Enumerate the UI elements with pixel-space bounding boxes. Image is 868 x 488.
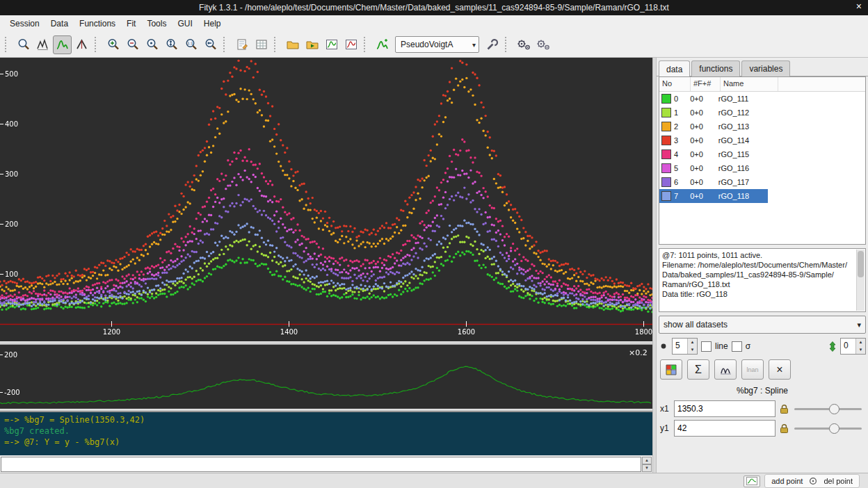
- content-area: =-> %bg7 = Spline(1350.3,42)%bg7 created…: [0, 58, 868, 473]
- dataset-func-count: 0+0: [687, 108, 716, 117]
- line-checkbox[interactable]: [701, 341, 712, 352]
- command-input[interactable]: [1, 457, 641, 472]
- param-y1-input[interactable]: [674, 420, 775, 437]
- sidebar-tabs: datafunctionsvariables: [657, 60, 868, 76]
- script-editor-button[interactable]: [232, 35, 251, 54]
- title-bar[interactable]: Fityk 1.3.1 - /home/aleplo/test/Document…: [0, 0, 868, 15]
- zoom-mode-button[interactable]: [14, 35, 33, 54]
- aux-plot-canvas[interactable]: [0, 345, 652, 409]
- toolbar-grip[interactable]: [95, 37, 100, 52]
- param-x1-input[interactable]: [674, 400, 775, 417]
- dataset-row-rGO_116[interactable]: 50+0rGO_116: [659, 161, 865, 175]
- plot-column: =-> %bg7 = Spline(1350.3,42)%bg7 created…: [0, 58, 652, 473]
- settings-wrench-button[interactable]: [483, 35, 501, 54]
- dataset-color-swatch: [661, 122, 671, 131]
- spin-up-icon[interactable]: ▲: [642, 457, 652, 464]
- dataset-list[interactable]: No #F+# Name 00+0rGO_11110+0rGO_11220+0r…: [659, 76, 866, 245]
- spin-down-icon[interactable]: ▼: [642, 464, 652, 472]
- menu-fit[interactable]: Fit: [121, 17, 141, 31]
- menu-tools[interactable]: Tools: [141, 17, 172, 31]
- main-plot-canvas[interactable]: [0, 58, 652, 341]
- dataset-info[interactable]: @7: 1011 points, 1011 active.Filename: /…: [659, 248, 866, 312]
- sigma-checkbox[interactable]: [732, 341, 742, 352]
- zoom-vertical-button[interactable]: [162, 35, 181, 54]
- zoom-100-button[interactable]: 1:1: [182, 35, 200, 54]
- param-y1-slider[interactable]: [793, 421, 865, 435]
- menu-session[interactable]: Session: [4, 17, 45, 31]
- show-datasets-dropdown[interactable]: show all datasets ▾: [659, 316, 866, 334]
- dataset-row-rGO_117[interactable]: 60+0rGO_117: [659, 175, 865, 189]
- lock-icon[interactable]: [780, 423, 789, 434]
- save-image-button[interactable]: [341, 35, 360, 54]
- dataset-row-rGO_115[interactable]: 40+0rGO_115: [659, 147, 865, 161]
- spin-up-icon[interactable]: ▲: [688, 339, 697, 346]
- zoom-in-button[interactable]: [104, 35, 122, 54]
- tab-functions[interactable]: functions: [691, 60, 740, 76]
- zoom-out-button[interactable]: [123, 35, 142, 54]
- dataset-row-rGO_113[interactable]: 20+0rGO_113: [659, 120, 865, 133]
- functions-plot-button[interactable]: [714, 359, 737, 380]
- vertical-shift-icon: [828, 341, 837, 352]
- command-history-spinner[interactable]: ▲ ▼: [642, 457, 652, 472]
- zoom-previous-button[interactable]: [201, 35, 220, 54]
- dataset-row-rGO_118[interactable]: 70+0rGO_118: [659, 189, 865, 203]
- delete-button[interactable]: ×: [769, 359, 791, 380]
- menu-help[interactable]: Help: [198, 17, 227, 31]
- param-x1-slider[interactable]: [793, 402, 865, 416]
- svg-text:1:1: 1:1: [187, 41, 193, 45]
- toolbar-grip[interactable]: [223, 37, 229, 52]
- add-point-button[interactable]: add point: [771, 477, 803, 485]
- dataset-no: 2: [674, 122, 687, 131]
- menu-functions[interactable]: Functions: [74, 17, 121, 31]
- session-log-button[interactable]: [252, 35, 271, 54]
- slider-handle[interactable]: [829, 404, 839, 414]
- dataset-row-rGO_112[interactable]: 10+0rGO_112: [659, 106, 865, 120]
- zoom-all-button[interactable]: [143, 35, 161, 54]
- close-icon[interactable]: ×: [856, 1, 862, 12]
- fit-run-button[interactable]: [514, 35, 533, 54]
- menu-data[interactable]: Data: [45, 17, 74, 31]
- toolbar-grip[interactable]: [364, 37, 369, 52]
- tab-data[interactable]: data: [659, 60, 690, 76]
- activate-function-mode-button[interactable]: [72, 35, 91, 54]
- dataset-row-rGO_114[interactable]: 30+0rGO_114: [659, 133, 865, 147]
- open-data-file-button[interactable]: [283, 35, 302, 54]
- info-scrollbar[interactable]: [856, 250, 865, 311]
- selected-function-label: %bg7 : Spline: [657, 386, 868, 396]
- add-function-button[interactable]: [373, 35, 392, 54]
- menu-gui[interactable]: GUI: [172, 17, 198, 31]
- output-console[interactable]: =-> %bg7 = Spline(1350.3,42)%bg7 created…: [0, 412, 652, 455]
- shift-spinner[interactable]: 0 ▲▼: [840, 338, 866, 355]
- add-peak-mode-button[interactable]: [53, 35, 72, 54]
- fit-undo-button[interactable]: [533, 35, 552, 54]
- dataset-no: 3: [674, 136, 687, 145]
- toolbar-grip[interactable]: [505, 37, 511, 52]
- dataset-colors-button[interactable]: [660, 359, 682, 380]
- sidebar: datafunctionsvariables No #F+# Name 00+0…: [657, 58, 868, 473]
- data-range-mode-button[interactable]: [33, 35, 52, 54]
- slider-handle[interactable]: [829, 423, 839, 434]
- point-size-spinner[interactable]: 5 ▲▼: [672, 338, 698, 355]
- param-label: y1: [660, 423, 670, 433]
- window-title: Fityk 1.3.1 - /home/aleplo/test/Document…: [199, 3, 669, 13]
- spin-down-icon[interactable]: ▼: [856, 346, 865, 354]
- function-type-combo[interactable]: PseudoVoigtA ▾: [395, 36, 479, 53]
- chevron-down-icon: ▾: [857, 320, 861, 330]
- aux-plot-config-button[interactable]: [744, 475, 760, 487]
- spin-down-icon[interactable]: ▼: [688, 346, 697, 354]
- shift-value: 0: [841, 339, 855, 354]
- reload-data-button[interactable]: [303, 35, 321, 54]
- lock-icon[interactable]: [780, 404, 789, 414]
- toolbar-grip[interactable]: [274, 37, 280, 52]
- toolbar-grip[interactable]: [5, 37, 10, 52]
- plot-export-button[interactable]: [322, 35, 341, 54]
- scrollbar-thumb[interactable]: [858, 251, 864, 277]
- dataset-row-rGO_111[interactable]: 00+0rGO_111: [659, 92, 865, 106]
- del-point-button[interactable]: del point: [823, 477, 853, 485]
- sum-button[interactable]: Σ: [687, 359, 709, 380]
- dataset-name: rGO_113: [716, 122, 768, 131]
- spin-up-icon[interactable]: ▲: [856, 339, 865, 346]
- tab-variables[interactable]: variables: [741, 60, 790, 76]
- lnan-button[interactable]: lnan: [741, 359, 764, 380]
- info-line: Data/baked_samples/11_cas924894-85-9/Sam…: [662, 270, 854, 279]
